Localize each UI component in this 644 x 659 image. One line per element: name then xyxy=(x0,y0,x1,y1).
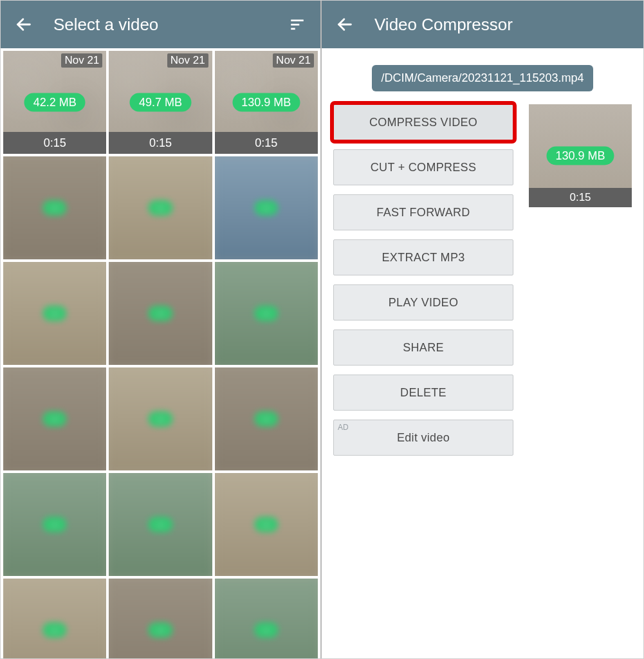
video-thumbnail[interactable]: Nov 21 49.7 MB 0:15 xyxy=(109,51,212,154)
video-size-badge: 130.9 MB xyxy=(232,93,300,112)
video-compressor-screen: Video Compressor /DCIM/Camera/20231121_1… xyxy=(322,1,643,658)
video-grid: Nov 21 42.2 MB 0:15 Nov 21 49.7 MB 0:15 … xyxy=(1,48,320,658)
svg-rect-2 xyxy=(291,24,299,26)
action-label: EXTRACT MP3 xyxy=(382,251,465,265)
back-button[interactable] xyxy=(332,12,358,37)
video-thumbnail-blurred[interactable]: -- xyxy=(109,473,212,576)
compress-video-button[interactable]: COMPRESS VIDEO xyxy=(333,104,513,140)
video-thumbnail-selected[interactable]: Nov 21 130.9 MB 0:15 xyxy=(215,51,318,154)
video-filepath: /DCIM/Camera/20231121_115203.mp4 xyxy=(372,65,593,91)
page-title: Select a video xyxy=(53,15,284,35)
edit-video-button[interactable]: AD Edit video xyxy=(333,420,513,456)
video-thumbnail-blurred[interactable]: -- xyxy=(109,367,212,470)
video-preview-thumbnail[interactable]: 130.9 MB 0:15 xyxy=(529,104,632,207)
extract-mp3-button[interactable]: EXTRACT MP3 xyxy=(333,239,513,275)
video-thumbnail-blurred[interactable]: -- xyxy=(109,579,212,658)
sort-button[interactable] xyxy=(284,12,310,37)
action-label: PLAY VIDEO xyxy=(389,296,458,310)
page-title: Video Compressor xyxy=(374,15,633,35)
video-thumbnail-blurred[interactable]: -- xyxy=(3,156,106,259)
action-list: COMPRESS VIDEO CUT + COMPRESS FAST FORWA… xyxy=(333,104,513,456)
cut-compress-button[interactable]: CUT + COMPRESS xyxy=(333,149,513,185)
video-thumbnail-blurred[interactable]: -- xyxy=(3,367,106,470)
video-thumbnail[interactable]: Nov 21 42.2 MB 0:15 xyxy=(3,51,106,154)
delete-button[interactable]: DELETE xyxy=(333,375,513,411)
toolbar-left: Select a video xyxy=(1,1,320,48)
fast-forward-button[interactable]: FAST FORWARD xyxy=(333,194,513,230)
video-date-badge: Nov 21 xyxy=(167,53,208,68)
video-thumbnail-blurred[interactable]: -- xyxy=(109,156,212,259)
play-video-button[interactable]: PLAY VIDEO xyxy=(333,284,513,320)
action-label: DELETE xyxy=(400,386,446,400)
video-thumbnail-blurred[interactable]: -- xyxy=(3,262,106,365)
svg-rect-1 xyxy=(291,19,304,21)
sort-icon xyxy=(289,16,306,33)
video-date-badge: Nov 21 xyxy=(273,53,314,68)
share-button[interactable]: SHARE xyxy=(333,330,513,366)
video-thumbnail-blurred[interactable]: -- xyxy=(215,367,318,470)
video-thumbnail-blurred[interactable]: -- xyxy=(3,473,106,576)
video-thumbnail-blurred[interactable]: -- xyxy=(109,262,212,365)
video-thumbnail-blurred[interactable]: -- xyxy=(215,262,318,365)
video-date-badge: Nov 21 xyxy=(61,53,102,68)
video-thumbnail-blurred[interactable]: -- xyxy=(215,473,318,576)
video-thumbnail-blurred[interactable]: -- xyxy=(215,156,318,259)
action-label: CUT + COMPRESS xyxy=(371,161,476,174)
video-size-badge: 130.9 MB xyxy=(546,147,614,165)
arrow-left-icon xyxy=(336,15,354,33)
select-video-screen: Select a video Nov 21 42.2 MB 0:15 Nov 2… xyxy=(1,1,322,658)
video-size-badge: 49.7 MB xyxy=(130,93,191,112)
action-label: Edit video xyxy=(397,431,450,445)
video-duration: 0:15 xyxy=(3,132,106,154)
video-duration: 0:15 xyxy=(215,132,318,154)
video-size-badge: 42.2 MB xyxy=(24,93,86,112)
compressor-body: /DCIM/Camera/20231121_115203.mp4 COMPRES… xyxy=(322,48,643,658)
arrow-left-icon xyxy=(15,15,33,33)
action-label: SHARE xyxy=(403,341,444,355)
back-button[interactable] xyxy=(11,12,37,37)
svg-rect-3 xyxy=(291,28,295,30)
ad-badge: AD xyxy=(338,423,349,432)
video-duration: 0:15 xyxy=(529,188,632,207)
action-label: COMPRESS VIDEO xyxy=(369,116,477,129)
action-label: FAST FORWARD xyxy=(376,206,470,219)
video-thumbnail-blurred[interactable]: -- xyxy=(3,579,106,658)
video-duration: 0:15 xyxy=(109,132,212,154)
toolbar-right: Video Compressor xyxy=(322,1,643,48)
video-thumbnail-blurred[interactable]: -- xyxy=(215,579,318,658)
